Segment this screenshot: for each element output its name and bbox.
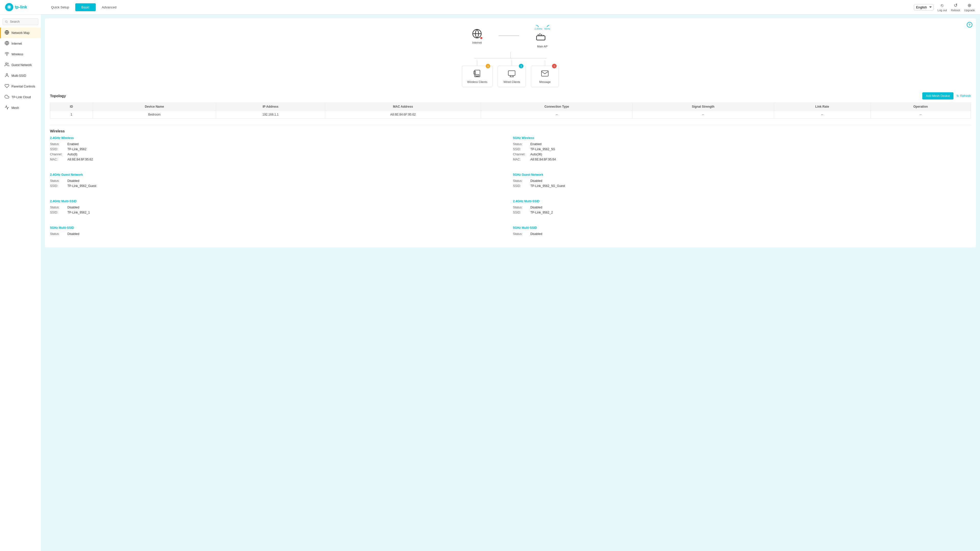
topology-table: ID Device Name IP Address MAC Address Co…: [50, 103, 971, 119]
topology-actions: Add Mesh Device ↻ Refresh: [922, 92, 971, 100]
wireless-section: Wireless 2.4GHz Wireless Status: Enabled…: [50, 125, 971, 242]
connection-line: [499, 35, 519, 36]
sidebar-item-multi-ssid[interactable]: Multi-SSID: [0, 70, 41, 81]
info-label: SSID:: [50, 184, 65, 188]
info-value: TP-Link_9562_5G_Guest: [530, 184, 565, 188]
info-label: MAC:: [50, 158, 65, 161]
upgrade-button[interactable]: ⊕ Upgrade: [964, 3, 975, 12]
wired-clients-box[interactable]: 1 Wired Clients: [498, 65, 526, 87]
wifi-24ghz: 2.4GHz: [535, 24, 542, 30]
svg-rect-31: [30, 535, 36, 540]
info-value: Disabled: [67, 232, 80, 236]
help-icon[interactable]: ?: [967, 22, 972, 27]
sidebar-item-mesh[interactable]: Mesh: [0, 103, 41, 113]
info-row: SSID: TP-Link_9562: [50, 148, 508, 151]
col-signal-strength: Signal Strength: [632, 103, 774, 111]
main-ap-node: 2.4GHz 5GHz: [535, 24, 550, 48]
sidebar-item-parental-controls[interactable]: Parental Controls: [0, 81, 41, 92]
header-right: English ⎋ Log out ↺ Reboot ⊕ Upgrade: [914, 3, 975, 12]
info-row: Status: Disabled: [50, 179, 508, 183]
info-label: Status:: [50, 179, 65, 183]
sidebar-label-network-map: Network Map: [11, 31, 30, 35]
info-label: Status:: [50, 232, 65, 236]
sidebar-label-multi-ssid: Multi-SSID: [11, 74, 26, 78]
wireless-group: 5GHz Guest Network Status: Disabled SSID…: [513, 173, 971, 189]
info-label: Channel:: [513, 152, 528, 156]
message-box[interactable]: 0 Message: [531, 65, 559, 87]
info-row: Status: Disabled: [513, 232, 971, 236]
cell-signal: --: [632, 111, 774, 119]
cell-ip: 192.168.1.1: [216, 111, 325, 119]
tab-basic[interactable]: Basic: [75, 3, 96, 11]
sidebar-item-guest-network[interactable]: Guest Network: [0, 60, 41, 70]
info-label: Status:: [50, 142, 65, 146]
wireless-subsection-title: 2.4GHz Multi-SSID: [50, 200, 508, 203]
tab-advanced[interactable]: Advanced: [96, 3, 123, 11]
sidebar-item-network-map[interactable]: Network Map: [0, 27, 41, 38]
info-row: Status: Disabled: [50, 232, 508, 236]
tab-quick-setup[interactable]: Quick Setup: [45, 3, 75, 11]
cell-id: 1: [50, 111, 93, 119]
info-value: TP-Link_9562_5G: [530, 148, 555, 151]
info-value: Enabled: [530, 142, 542, 146]
info-label: SSID:: [50, 211, 65, 214]
info-value: Disabled: [67, 206, 80, 209]
message-icon: [536, 69, 554, 79]
network-diagram: Internet: [50, 24, 971, 87]
h-line-spread: [475, 58, 546, 59]
col-connection-type: Connection Type: [481, 103, 632, 111]
sidebar-item-internet[interactable]: Internet: [0, 38, 41, 49]
cell-mac: A8:6E:84:6F:95:62: [325, 111, 481, 119]
svg-point-12: [547, 26, 548, 27]
reboot-button[interactable]: ↺ Reboot: [951, 3, 960, 12]
sidebar-item-wireless[interactable]: Wireless: [0, 49, 41, 60]
wired-clients-badge: 1: [519, 64, 523, 68]
col-link-rate: Link Rate: [774, 103, 870, 111]
svg-point-1: [9, 6, 10, 8]
sidebar-label-guest-network: Guest Network: [11, 63, 32, 67]
logout-button[interactable]: ⎋ Log out: [938, 3, 947, 12]
info-row: Status: Disabled: [513, 179, 971, 183]
table-header: ID Device Name IP Address MAC Address Co…: [50, 103, 971, 111]
svg-point-6: [6, 55, 7, 56]
info-row: MAC: A8:6E:84:6F:95:62: [50, 158, 508, 161]
mesh-icon: [4, 105, 10, 111]
info-value: TP-Link_9562_2: [530, 211, 553, 214]
add-mesh-device-button[interactable]: Add Mesh Device: [922, 92, 953, 100]
cell-operation: --: [870, 111, 970, 119]
info-row: Channel: Auto(36): [513, 152, 971, 156]
info-row: SSID: TP-Link_9562_5G_Guest: [513, 184, 971, 188]
sidebar-label-internet: Internet: [11, 42, 22, 45]
wireless-clients-badge: 1: [486, 64, 490, 68]
internet-label: Internet: [473, 41, 482, 44]
language-select[interactable]: English: [914, 4, 934, 11]
info-value: Disabled: [530, 179, 542, 183]
wireless-subsection-title: 5GHz Guest Network: [513, 173, 971, 176]
wireless-groups: 2.4GHz Wireless Status: Enabled SSID: TP…: [50, 136, 971, 242]
topology-header: Topology Add Mesh Device ↻ Refresh: [50, 92, 971, 100]
info-row: Status: Enabled: [513, 142, 971, 146]
wired-clients-label: Wired Clients: [503, 80, 520, 83]
wireless-subsection-title: 5GHz Multi-SSID: [513, 226, 971, 230]
col-device-name: Device Name: [93, 103, 216, 111]
sidebar-label-tp-link-cloud: TP-Link Cloud: [11, 95, 31, 99]
main-ap-icon-wrapper: 2.4GHz 5GHz: [535, 24, 550, 44]
sidebar-item-tp-link-cloud[interactable]: TP-Link Cloud: [0, 92, 41, 103]
content: ? Internet: [41, 14, 980, 551]
main-layout: Network Map Internet Wire: [0, 14, 980, 551]
refresh-button[interactable]: ↻ Refresh: [956, 94, 971, 98]
content-panel: ? Internet: [45, 18, 976, 248]
nav-tabs: Quick Setup Basic Advanced: [45, 3, 123, 11]
info-label: SSID:: [513, 184, 528, 188]
table-header-row: ID Device Name IP Address MAC Address Co…: [50, 103, 971, 111]
svg-rect-22: [508, 71, 515, 76]
info-label: SSID:: [513, 211, 528, 214]
info-value: Auto(36): [530, 152, 542, 156]
wireless-clients-box[interactable]: 1 Wireless Clients: [462, 65, 493, 87]
wireless-group: 5GHz Multi-SSID Status: Disabled: [513, 226, 971, 237]
wired-clients-icon: [503, 69, 520, 79]
svg-rect-29: [21, 514, 25, 519]
search-input[interactable]: [3, 18, 38, 25]
info-row: SSID: TP-Link_9562_2: [513, 211, 971, 214]
logo-text: tp-link: [15, 5, 27, 10]
